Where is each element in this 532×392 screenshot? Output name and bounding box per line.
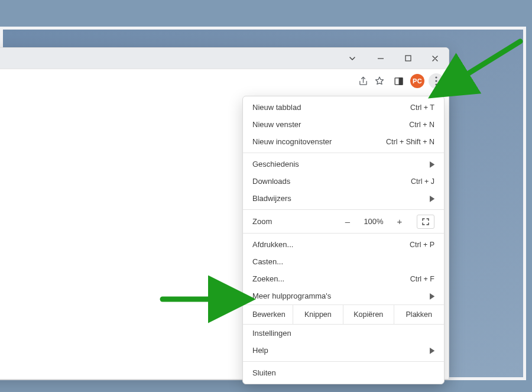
profile-initials: PC xyxy=(410,74,424,88)
tab-search-button[interactable] xyxy=(339,48,366,69)
menu-item-exit[interactable]: Sluiten xyxy=(243,364,444,381)
menu-item-downloads[interactable]: Downloads Ctrl + J xyxy=(243,173,444,190)
share-icon[interactable] xyxy=(355,73,371,89)
fullscreen-button[interactable] xyxy=(417,215,434,229)
window-maximize-button[interactable] xyxy=(394,48,421,69)
menu-item-new-tab[interactable]: Nieuw tabblad Ctrl + T xyxy=(243,99,444,116)
menu-separator xyxy=(243,209,444,210)
edit-copy-button[interactable]: Kopiëren xyxy=(343,305,393,324)
svg-point-6 xyxy=(435,83,437,85)
menu-label: Afdrukken... xyxy=(252,240,410,249)
menu-label: Nieuw tabblad xyxy=(252,103,410,112)
chevron-right-icon: ▶ xyxy=(430,159,434,169)
menu-label: Zoom xyxy=(252,217,342,226)
menu-shortcut: Ctrl + F xyxy=(410,275,434,283)
chevron-right-icon: ▶ xyxy=(430,193,434,203)
menu-item-bookmarks[interactable]: Bladwijzers ▶ xyxy=(243,190,444,207)
menu-separator xyxy=(243,153,444,153)
menu-label: Help xyxy=(252,346,430,355)
chevron-right-icon: ▶ xyxy=(430,345,434,355)
menu-separator xyxy=(243,361,444,362)
menu-label: Nieuw venster xyxy=(252,120,409,129)
chevron-right-icon: ▶ xyxy=(430,291,434,301)
profile-avatar[interactable]: PC xyxy=(410,73,425,89)
menu-label: Downloads xyxy=(252,177,411,186)
menu-item-more-tools[interactable]: Meer hulpprogramma's ▶ xyxy=(243,287,444,304)
svg-rect-1 xyxy=(406,56,411,61)
zoom-out-button[interactable]: – xyxy=(342,217,353,226)
window-title-bar xyxy=(0,48,449,69)
menu-item-new-window[interactable]: Nieuw venster Ctrl + N xyxy=(243,116,444,133)
menu-label: Nieuw incognitovenster xyxy=(252,137,386,146)
edit-cut-button[interactable]: Knippen xyxy=(293,305,343,324)
svg-point-5 xyxy=(435,80,437,82)
browser-toolbar: PC xyxy=(0,69,449,93)
menu-item-new-incognito[interactable]: Nieuw incognitovenster Ctrl + Shift + N xyxy=(243,133,444,150)
menu-label: Sluiten xyxy=(252,368,434,377)
window-minimize-button[interactable] xyxy=(367,48,394,69)
sidepanel-icon[interactable] xyxy=(391,73,406,89)
menu-shortcut: Ctrl + P xyxy=(410,241,434,249)
svg-rect-3 xyxy=(399,77,403,84)
menu-shortcut: Ctrl + J xyxy=(411,177,434,186)
menu-label: Meer hulpprogramma's xyxy=(252,291,430,300)
menu-label: Geschiedenis xyxy=(252,160,430,169)
menu-item-find[interactable]: Zoeken... Ctrl + F xyxy=(243,270,444,287)
zoom-in-button[interactable]: + xyxy=(394,217,405,226)
menu-item-cast[interactable]: Casten... xyxy=(243,253,444,270)
zoom-value: 100% xyxy=(361,217,386,226)
main-menu: Nieuw tabblad Ctrl + T Nieuw venster Ctr… xyxy=(242,96,445,384)
window-close-button[interactable] xyxy=(421,48,449,69)
edit-paste-button[interactable]: Plakken xyxy=(394,305,444,324)
menu-shortcut: Ctrl + N xyxy=(409,121,434,129)
menu-item-print[interactable]: Afdrukken... Ctrl + P xyxy=(243,236,444,253)
bookmark-star-icon[interactable] xyxy=(372,73,387,89)
menu-item-help[interactable]: Help ▶ xyxy=(243,342,444,359)
menu-label: Zoeken... xyxy=(252,274,410,283)
kebab-menu-button[interactable] xyxy=(429,73,444,89)
menu-item-settings[interactable]: Instellingen xyxy=(243,325,444,342)
menu-item-history[interactable]: Geschiedenis ▶ xyxy=(243,155,444,173)
menu-label: Casten... xyxy=(252,257,434,266)
menu-shortcut: Ctrl + T xyxy=(410,103,434,112)
edit-label: Bewerken xyxy=(243,305,293,324)
menu-item-zoom: Zoom – 100% + xyxy=(243,212,444,231)
menu-shortcut: Ctrl + Shift + N xyxy=(386,138,434,146)
svg-point-4 xyxy=(435,76,437,78)
menu-separator xyxy=(243,233,444,234)
menu-item-edit: Bewerken Knippen Kopiëren Plakken xyxy=(243,304,444,325)
menu-label: Instellingen xyxy=(252,329,434,338)
menu-label: Bladwijzers xyxy=(252,194,430,203)
